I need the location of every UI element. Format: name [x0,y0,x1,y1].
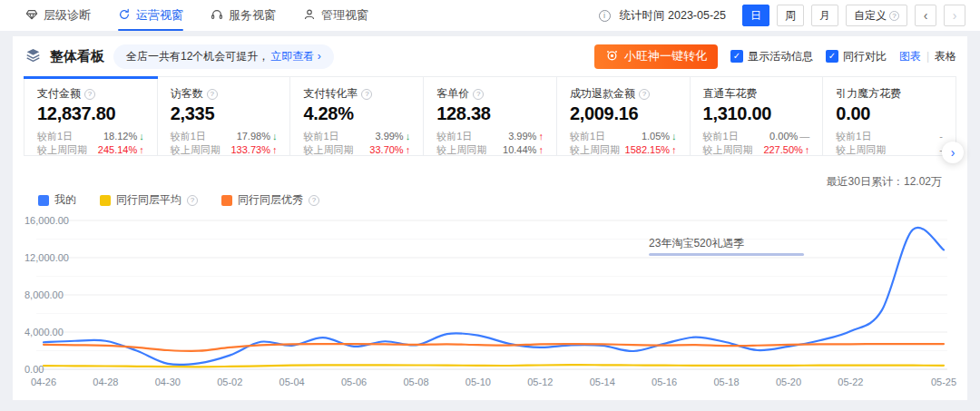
up-arrow-icon: ↑ [406,143,411,157]
metric-compare-row: 较上周同期1582.15%↑ [570,143,677,157]
metric-title: 访客数? [171,86,278,102]
nav-tab-level-diagnosis[interactable]: 层级诊断 [25,0,91,31]
date-controls: i 统计时间 2023-05-25 日周月自定义? ‹ › [599,5,965,26]
metric-card-visitors[interactable]: 访客数?2,335较前1日17.98%↓较上周同期133.73%↑ [158,77,291,155]
compare-label: 较前1日 [303,130,338,143]
compare-label: 较上周同期 [303,143,353,157]
y-axis-label: 12,000.00 [24,252,69,263]
metric-card-pay-amount[interactable]: 支付金额?12,837.80较前1日18.12%↓较上周同期245.14%↑ [24,77,158,155]
help-icon[interactable]: ? [639,89,650,100]
nav-tab-service-view[interactable]: 服务视窗 [211,0,276,31]
compare-label: 较上周同期 [570,143,620,157]
metric-value: 4.28% [303,103,410,124]
metric-title-text: 引力魔方花费 [836,86,901,102]
metric-title-text: 成功退款金额 [570,86,635,102]
metric-title: 引力魔方花费 [836,86,943,102]
compare-value: 245.14%↑ [98,143,144,157]
metric-title-text: 直通车花费 [703,86,758,102]
nav-tab-operation-view[interactable]: 运营视窗 [118,0,183,31]
metric-compare-row: 较前1日18.12%↓ [37,130,144,143]
board-header: 整体看板 全店一共有12个机会可提升， 立即查看 › 小旺神一键转化 [13,36,967,76]
range-button-label: 月 [819,8,830,24]
compare-value-text: 3.99% [375,130,403,143]
metric-card-refund-amount[interactable]: 成功退款金额?2,009.16较前1日1.05%↓较上周同期1582.15%↑ [557,77,691,155]
compare-label: 较前1日 [836,130,871,143]
up-arrow-icon: ↑ [139,143,144,157]
show-activity-checkbox[interactable]: ✓ 显示活动信息 [730,49,813,64]
metric-card-ylmf-cost[interactable]: 引力魔方花费0.00较前1日-较上周同期- [823,77,956,155]
compare-value-text: 1.05% [642,130,670,143]
compare-label: 较前1日 [171,130,206,143]
compare-value: 133.73%↑ [231,143,278,157]
range-button-custom[interactable]: 自定义? [846,5,907,26]
compare-value-text: 33.70% [369,143,403,157]
view-now-link[interactable]: 立即查看 › [270,49,320,64]
metric-card-conversion-rate[interactable]: 支付转化率?4.28%较前1日3.99%↓较上周同期33.70%↑ [290,77,424,155]
down-arrow-icon: ↓ [671,130,677,143]
compare-value: 17.98%↓ [237,130,278,143]
help-icon[interactable]: ? [361,89,372,100]
compare-label: 较上周同期 [436,143,486,157]
nav-tabs: 层级诊断运营视窗服务视窗管理视窗 [25,0,368,31]
nav-tab-label: 层级诊断 [44,7,91,24]
metric-title-text: 客单价 [436,86,469,102]
metric-title: 支付金额? [37,86,144,102]
metric-compare-row: 较前1日1.05%↓ [570,130,677,143]
y-axis-label: 16,000.00 [24,215,69,226]
compare-value: 3.99%↑ [508,130,544,143]
metric-compare-row: 较上周同期245.14%↑ [37,143,144,157]
flat-dash-icon: — [799,130,809,143]
x-axis-label: 05-06 [341,377,367,387]
compare-value: 1582.15%↑ [625,143,677,157]
up-arrow-icon: ↑ [805,143,810,157]
help-icon[interactable]: ? [84,89,95,100]
compare-value: 0.00%— [769,130,809,143]
peer-compare-checkbox[interactable]: ✓ 同行对比 [826,49,887,64]
metric-card-avg-order-value[interactable]: 客单价?128.38较前1日3.99%↑较上周同期10.44%↑ [424,77,557,155]
wangshen-convert-button[interactable]: 小旺神一键转化 [594,44,718,69]
help-icon[interactable]: ? [473,89,484,100]
metric-compare-row: 较前1日0.00%— [703,130,810,143]
x-axis-label: 05-14 [590,377,615,387]
down-arrow-icon: ↓ [139,130,144,143]
metric-value: 1,310.00 [703,103,810,124]
board-header-right: 小旺神一键转化 ✓ 显示活动信息 ✓ 同行对比 图表 | 表格 [594,44,956,69]
nav-tab-management-view[interactable]: 管理视窗 [303,0,368,31]
x-axis-label: 05-25 [931,377,956,387]
metric-title: 客单价? [436,86,544,102]
range-button-month[interactable]: 月 [811,5,838,26]
metric-compare-row: 较前1日- [836,130,943,143]
y-axis-label: 8,000.00 [24,289,64,300]
view-table-link[interactable]: 表格 [935,49,956,64]
activity-period-bar [649,253,804,256]
compare-value: 227.50%↑ [763,143,809,157]
peer-compare-label: 同行对比 [843,49,887,64]
help-icon[interactable]: ? [207,89,218,100]
compare-label: 较前1日 [37,130,73,143]
metric-compare-row: 较上周同期10.44%↑ [436,143,544,157]
compare-label: 较前1日 [703,130,739,143]
x-axis-label: 04-26 [31,377,56,387]
x-axis-label: 05-12 [527,377,553,387]
compare-value-text: 245.14% [98,143,137,157]
refresh-icon [118,8,131,24]
range-button-week[interactable]: 周 [777,5,804,26]
compare-value: 10.44%↑ [503,143,544,157]
x-axis-label: 05-18 [713,377,739,387]
cards-next-button[interactable]: › [942,142,964,163]
activity-annotation-label: 23年淘宝520礼遇季 [649,237,744,250]
compare-value: 33.70%↑ [369,143,410,157]
prev-date-button[interactable]: ‹ [915,5,936,26]
next-date-button[interactable]: › [944,5,965,26]
range-button-day[interactable]: 日 [742,5,769,26]
x-axis-label: 05-02 [217,377,242,387]
view-chart-link[interactable]: 图表 [899,49,921,64]
metric-title: 直通车花费 [703,86,810,102]
stat-time-label: 统计时间 2023-05-25 [620,8,726,24]
compare-value-text: 18.12% [103,130,137,143]
headset-icon [211,8,223,24]
cumulative-total-label: 最近30日累计：12.02万 [827,174,942,190]
up-arrow-icon: ↑ [538,143,544,157]
metric-card-ztc-cost[interactable]: 直通车花费1,310.00较前1日0.00%—较上周同期227.50%↑ [691,77,824,155]
overview-panel: 整体看板 全店一共有12个机会可提升， 立即查看 › 小旺神一键转化 [13,36,967,400]
